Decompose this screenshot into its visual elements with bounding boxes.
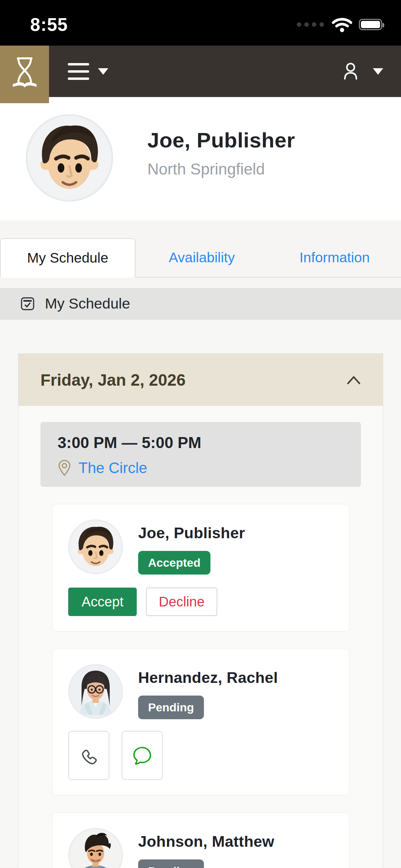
caret-down-icon <box>373 68 383 75</box>
attendee-card: Joe, Publisher Accepted Accept Decline <box>52 504 349 631</box>
profile-name: Joe, Publisher <box>147 128 295 152</box>
status-badge: Pending <box>138 696 204 719</box>
attendee-avatar <box>68 664 123 719</box>
section-header: My Schedule <box>0 288 401 320</box>
caret-down-icon <box>98 68 108 75</box>
hamburger-icon <box>68 63 89 80</box>
accept-button[interactable]: Accept <box>68 588 137 616</box>
attendee-card: Johnson, Matthew Pending <box>52 812 349 868</box>
call-button[interactable] <box>68 731 109 780</box>
wifi-icon <box>331 16 353 33</box>
day-accordion-header[interactable]: Friday, Jan 2, 2026 <box>19 354 383 406</box>
status-badge: Accepted <box>138 551 210 575</box>
phone-icon <box>79 746 99 765</box>
tab-label: Information <box>300 250 370 266</box>
tab-label: My Schedule <box>27 250 108 266</box>
app-header <box>0 46 401 97</box>
decline-button[interactable]: Decline <box>146 588 217 616</box>
cellular-signal-icon <box>297 22 324 27</box>
schedule-content: Friday, Jan 2, 2026 3:00 PM — 5:00 PM Th… <box>0 320 401 867</box>
day-accordion: Friday, Jan 2, 2026 3:00 PM — 5:00 PM Th… <box>18 353 383 868</box>
attendee-name: Hernandez, Rachel <box>138 669 278 687</box>
status-time: 8:55 <box>30 14 68 35</box>
chevron-up-icon <box>346 374 362 386</box>
attendee-card: Hernandez, Rachel Pending <box>52 649 349 795</box>
tab-availability[interactable]: Availability <box>135 238 268 277</box>
attendee-avatar <box>68 519 123 574</box>
attendee-name: Johnson, Matthew <box>138 833 274 851</box>
woman-photo-avatar <box>70 665 122 718</box>
main-menu-button[interactable] <box>68 46 108 97</box>
profile-avatar <box>26 114 113 202</box>
tab-my-schedule[interactable]: My Schedule <box>0 238 135 278</box>
tab-information[interactable]: Information <box>268 238 401 277</box>
profile-location: North Springfield <box>147 160 295 178</box>
map-pin-icon <box>58 459 71 477</box>
cartoon-man-avatar <box>27 116 111 200</box>
chat-button[interactable] <box>122 731 163 780</box>
day-accordion-body: 3:00 PM — 5:00 PM The Circle <box>19 406 383 868</box>
time-slot: 3:00 PM — 5:00 PM The Circle <box>40 422 361 487</box>
calendar-check-icon <box>20 296 36 312</box>
section-title: My Schedule <box>45 295 130 312</box>
attendee-name: Joe, Publisher <box>138 524 245 542</box>
hourglass-book-logo-icon <box>9 56 40 93</box>
profile-header: Joe, Publisher North Springfield <box>0 97 401 220</box>
person-icon <box>340 61 361 82</box>
status-bar: 8:55 <box>0 0 401 46</box>
man-photo-avatar <box>70 829 122 868</box>
user-menu-button[interactable] <box>340 46 383 97</box>
tab-bar: My Schedule Availability Information <box>0 220 401 288</box>
status-badge: Pending <box>138 859 204 868</box>
tab-label: Availability <box>169 250 235 266</box>
app-logo[interactable] <box>0 46 49 103</box>
location-link[interactable]: The Circle <box>78 459 147 477</box>
chat-bubble-icon <box>131 745 153 767</box>
cartoon-man-avatar <box>70 521 122 573</box>
day-date-label: Friday, Jan 2, 2026 <box>40 371 185 389</box>
attendee-avatar <box>68 828 123 868</box>
time-range: 3:00 PM — 5:00 PM <box>58 433 344 452</box>
battery-icon <box>359 19 382 30</box>
